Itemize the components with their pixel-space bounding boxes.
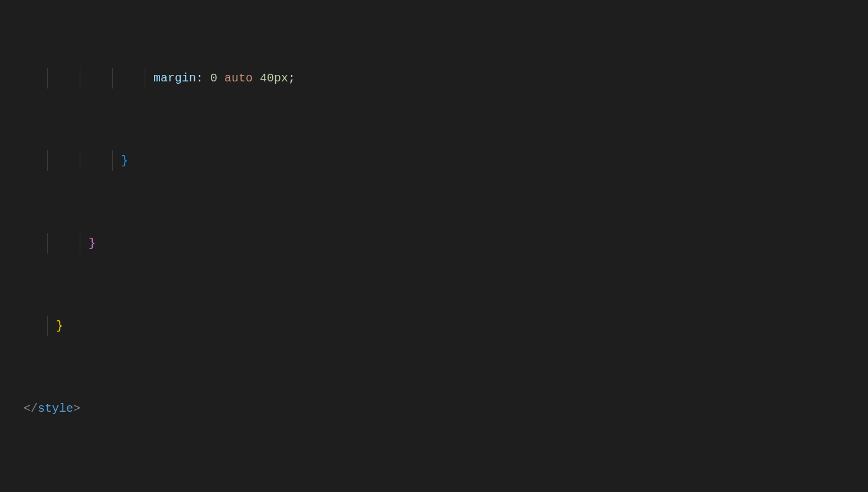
code-editor[interactable]: margin: 0 auto 40px; } } } </style> <scr… — [0, 0, 868, 492]
code-line[interactable]: </style> — [24, 398, 844, 419]
css-property: margin — [154, 68, 196, 88]
code-line[interactable]: margin: 0 auto 40px; — [24, 68, 844, 88]
code-line[interactable]: } — [24, 150, 844, 171]
code-token — [217, 68, 224, 88]
code-token — [253, 68, 260, 88]
brace: } — [56, 316, 63, 336]
brace: } — [89, 233, 96, 254]
code-line[interactable]: } — [24, 316, 844, 336]
css-value: 40px — [260, 68, 288, 88]
tag-name: style — [38, 398, 73, 419]
tag-bracket: > — [73, 398, 80, 419]
code-token: ; — [288, 68, 295, 88]
css-value: auto — [224, 68, 253, 88]
code-line[interactable] — [24, 481, 844, 492]
brace: } — [121, 150, 128, 171]
css-value: 0 — [210, 68, 217, 88]
tag-bracket: </ — [24, 398, 38, 419]
code-token: : — [196, 68, 210, 88]
code-line[interactable]: } — [24, 233, 844, 254]
